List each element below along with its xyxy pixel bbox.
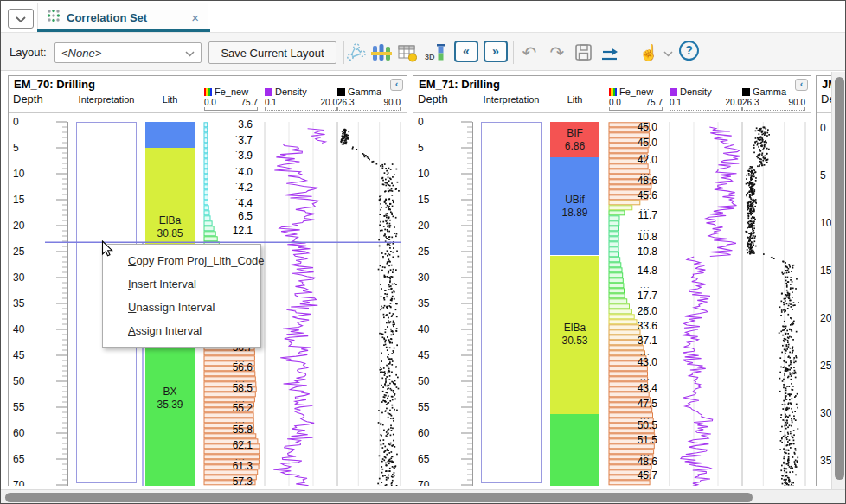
lith-column-header: Lith	[163, 94, 178, 105]
depth-label: 30	[820, 407, 831, 419]
interpretation-column-header: Interpretation	[484, 94, 540, 105]
fe-value-label: 45.6	[609, 189, 657, 201]
gamma-range-bar	[742, 107, 805, 111]
fe-value-label: 3.7	[204, 134, 253, 146]
context-menu-item-copy-from-proj-lith-code[interactable]: Copy From Proj_Lith_Code	[103, 249, 260, 272]
save-button[interactable]	[572, 41, 596, 65]
fe-value-label: 56.6	[204, 361, 253, 373]
fe-value-label: 62.1	[204, 439, 253, 451]
gamma-legend: Gamma	[742, 86, 786, 97]
fe-value-label: 10.8	[609, 246, 657, 258]
depth-label: 45	[13, 349, 24, 361]
density-range-bar	[670, 107, 742, 111]
panel-collapse-button[interactable]: ‹	[795, 79, 808, 91]
depth-label: 40	[13, 323, 24, 335]
collapse-panels-button[interactable]: «	[454, 41, 478, 62]
fe-new-legend: Fe_new	[609, 86, 653, 97]
view-3d-icon[interactable]: 3D	[424, 41, 448, 65]
fe-value-label: 12.1	[204, 225, 253, 237]
mouse-cursor	[101, 240, 114, 262]
fe-value-label: 45.0	[609, 137, 657, 149]
vertical-scrollbar-thumb[interactable]	[835, 77, 844, 480]
depth-label: 65	[13, 453, 24, 465]
save-icon	[574, 42, 594, 63]
fe-value-label: 45.0	[609, 121, 657, 133]
gamma-range: 26.390.0	[337, 98, 401, 107]
depth-label: 20	[418, 220, 429, 232]
pointer-mode-button[interactable]: ☝	[637, 41, 661, 65]
tab-bar: Correlation Set ×	[1, 1, 845, 32]
fe_new-range-bar	[204, 107, 258, 111]
depth-label: 55	[13, 401, 24, 413]
depth-label: 70	[13, 479, 24, 486]
fe_new-swatch-icon	[204, 88, 212, 96]
fe-value-label: 51.5	[609, 434, 657, 446]
export-button[interactable]	[598, 41, 622, 65]
depth-label: 20	[13, 220, 24, 232]
depth-label: 0	[820, 122, 826, 134]
fe-value-label: 3.9	[204, 150, 253, 162]
fe-value-label: 17.7	[609, 290, 657, 302]
depth-label: 35	[418, 297, 429, 309]
depth-label: 40	[418, 323, 429, 335]
fe-value-label: 4.2	[204, 182, 253, 194]
hand-pointer-icon: ☝	[639, 44, 658, 61]
depth-label: 35	[820, 455, 831, 467]
density-swatch-icon	[670, 88, 677, 96]
horizontal-scrollbar[interactable]	[1, 489, 846, 504]
panel-collapse-button[interactable]: ‹	[390, 79, 403, 91]
depth-label: 50	[418, 375, 429, 387]
depth-label: 25	[820, 360, 831, 372]
save-current-layout-button[interactable]: Save Current Layout	[208, 41, 336, 64]
undo-button[interactable]: ↶	[517, 41, 542, 65]
chevron-down-icon	[663, 45, 673, 61]
depth-label: 25	[418, 246, 429, 258]
depth-label: 20	[820, 312, 831, 324]
tab-correlation-set[interactable]: Correlation Set ×	[37, 3, 208, 32]
expand-panels-button[interactable]: »	[484, 41, 508, 62]
fe-value-label: 55.8	[204, 424, 253, 436]
redo-button[interactable]: ↷	[545, 41, 569, 65]
log-content-EM_71[interactable]: BIF6.86UBif18.89ElBa30.5345.0...45.0...4…	[413, 113, 811, 486]
correlation-set-icon	[47, 9, 61, 26]
context-menu-item-unassign-interval[interactable]: Unassign Interval	[103, 296, 260, 319]
layout-label: Layout:	[10, 46, 47, 59]
fe-value-label: 43.0	[609, 356, 657, 368]
vertical-scrollbar[interactable]	[831, 72, 846, 489]
depth-label: 60	[13, 427, 24, 439]
svg-text:3D: 3D	[425, 53, 435, 61]
depth-label: 65	[418, 453, 429, 465]
depth-label: 0	[13, 116, 19, 128]
fe-value-label: 57.3	[204, 475, 253, 486]
panel-EM_71: EM_71: Drilling‹DepthInterpretationLithF…	[413, 75, 811, 486]
tab-close-icon[interactable]: ×	[191, 11, 199, 24]
horizontal-scrollbar-thumb[interactable]	[5, 493, 753, 502]
log-content-JM[interactable]: 05101520253035	[817, 113, 831, 486]
tab-overflow-button[interactable]	[8, 9, 34, 29]
gamma-legend: Gamma	[337, 86, 381, 97]
context-menu: Copy From Proj_Lith_CodeInsert IntervalU…	[102, 244, 261, 348]
pointer-mode-options-button[interactable]	[660, 41, 676, 65]
panel-clip-JM: JMDe05101520253035	[816, 72, 831, 486]
panel-title: EM_70: Drilling	[14, 78, 95, 91]
table-lightbulb-icon[interactable]	[395, 41, 420, 65]
depth-label: 35	[13, 297, 24, 309]
depth-label: 25	[13, 246, 24, 258]
depth-label: 70	[418, 479, 429, 486]
context-menu-item-assign-interval[interactable]: Assign Interval	[103, 319, 260, 342]
depth-label: 5	[418, 142, 424, 154]
fe-ellipsis: ...	[621, 282, 670, 289]
fe-value-label: 61.3	[204, 460, 253, 472]
context-menu-item-insert-interval[interactable]: Insert Interval	[103, 272, 260, 296]
drillhole-columns-icon[interactable]	[369, 41, 394, 65]
depth-label: 5	[13, 142, 19, 154]
layout-select[interactable]: <None>	[54, 42, 202, 63]
density-range-bar	[265, 107, 337, 111]
density-swatch-icon	[265, 88, 272, 96]
fe-new-legend: Fe_new	[204, 86, 248, 97]
help-button[interactable]: ?	[679, 41, 699, 61]
depth-label: 15	[13, 194, 24, 206]
plot-correlation-icon[interactable]	[344, 41, 369, 65]
fe_new-range: 0.075.7	[609, 98, 663, 107]
chevron-down-icon	[185, 45, 195, 61]
